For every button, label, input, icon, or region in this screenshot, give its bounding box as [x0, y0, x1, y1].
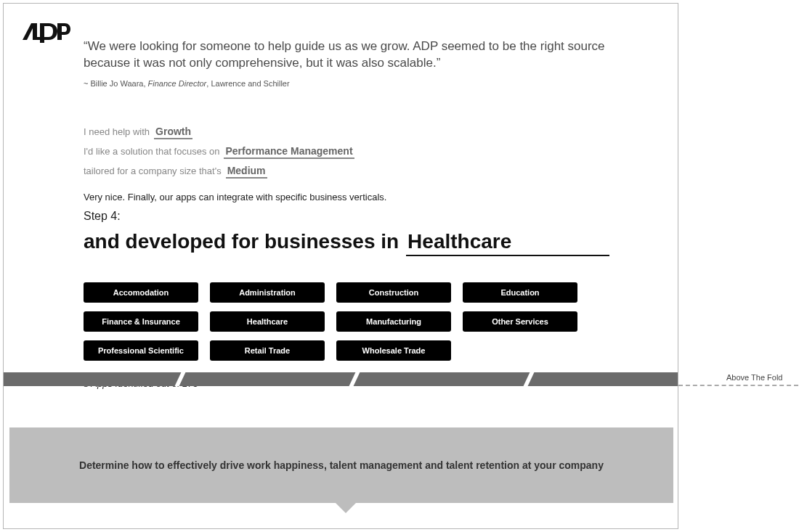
headline-value-industry[interactable]: Healthcare — [406, 230, 609, 256]
madlib-line-1: I need help with Growth — [84, 126, 636, 139]
madlib-label-2: I'd like a solution that focuses on — [84, 146, 219, 157]
vertical-finance-insurance[interactable]: Finance & Insurance — [84, 311, 198, 332]
vertical-healthcare[interactable]: Healthcare — [210, 311, 325, 332]
vertical-education[interactable]: Education — [463, 282, 577, 303]
madlib-label-1: I need help with — [84, 126, 150, 137]
fold-line — [678, 385, 798, 386]
madlib-label-3: tailored for a company size that's — [84, 165, 222, 176]
madlib-value-size[interactable]: Medium — [226, 165, 267, 179]
vertical-administration[interactable]: Administration — [210, 282, 325, 303]
step-intro-text: Very nice. Finally, our apps can integra… — [84, 192, 636, 202]
progress-stripe — [4, 372, 678, 386]
banner-notch-icon — [336, 503, 356, 513]
vertical-other-services[interactable]: Other Services — [463, 311, 577, 332]
vertical-accomodation[interactable]: Accomodation — [84, 282, 198, 303]
verticals-grid: Accomodation Administration Construction… — [84, 282, 636, 361]
cta-banner: Determine how to effectively drive work … — [9, 427, 673, 503]
madlib-value-focus[interactable]: Performance Management — [224, 145, 354, 159]
attribution-company: Lawrence and Schiller — [211, 79, 289, 88]
fold-label: Above The Fold — [726, 373, 782, 382]
wireframe-frame: “We were looking for someone to help gui… — [3, 3, 678, 529]
step-label: Step 4: — [84, 210, 636, 223]
attribution-person: Billie Jo Waara — [90, 79, 143, 88]
vertical-retail-trade[interactable]: Retail Trade — [210, 340, 325, 361]
headline-prefix: and developed for businesses in — [84, 230, 399, 253]
testimonial-quote: “We were looking for someone to help gui… — [84, 38, 636, 72]
vertical-manufacturing[interactable]: Manufacturing — [336, 311, 451, 332]
vertical-professional-scientific[interactable]: Professional Scientific — [84, 340, 198, 361]
madlib-line-3: tailored for a company size that's Mediu… — [84, 165, 636, 179]
testimonial-attribution: ~ Billie Jo Waara, Finance Director, Law… — [84, 79, 636, 88]
attribution-role: Finance Director — [148, 79, 207, 88]
adp-logo — [21, 21, 70, 47]
step-headline: and developed for businesses in Healthca… — [84, 230, 636, 256]
cta-banner-text: Determine how to effectively drive work … — [79, 459, 604, 471]
madlib-line-2: I'd like a solution that focuses on Perf… — [84, 145, 636, 159]
vertical-wholesale-trade[interactable]: Wholesale Trade — [336, 340, 451, 361]
madlib-value-growth[interactable]: Growth — [154, 126, 192, 139]
vertical-construction[interactable]: Construction — [336, 282, 451, 303]
